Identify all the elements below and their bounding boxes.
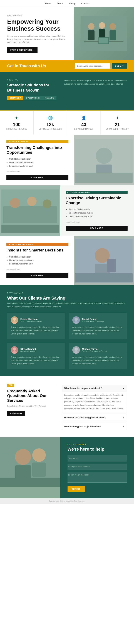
- article-1-read-more-button[interactable]: READ MORE: [7, 175, 69, 180]
- nav-pricing[interactable]: Pricing: [69, 2, 76, 5]
- chevron-down-icon: ∨: [122, 416, 124, 419]
- stat-efficiency-number: 21: [115, 122, 120, 127]
- about-right: At vero eos et accusam et justo duo dolo…: [64, 79, 127, 103]
- testimonial-3-name: Olivia Bennett: [20, 348, 36, 350]
- list-item: Lorem ipsum dolor sit amet: [9, 164, 69, 168]
- article-3-read-more-button[interactable]: READ MORE: [7, 273, 69, 278]
- contact-name-input[interactable]: [68, 455, 127, 462]
- footer-note: Sample text. Click to select the Text El…: [0, 498, 134, 504]
- article-2-bullets: Stet clita kasd gubergren No sea takimat…: [69, 208, 128, 218]
- faq-item-1-answer: Lorem ipsum dolor sit amet, consectetur …: [62, 392, 127, 412]
- faq-item-1: What industries do you specialize in? ∨ …: [62, 385, 127, 412]
- tab-operations[interactable]: OPERATIONS: [23, 96, 42, 100]
- article-1-image-placeholder: [74, 135, 134, 186]
- article-2-heading: Expertise Driving Sustainable Change: [66, 196, 128, 205]
- article-1-illustration: [75, 138, 133, 184]
- svg-point-11: [96, 148, 112, 164]
- about-left: ABOUT US Strategic Solutions for Busines…: [7, 79, 59, 103]
- list-item: No sea takimata sanctus est: [9, 258, 69, 262]
- svg-point-1: [88, 23, 95, 30]
- article-2-credit: Image from Freepik: [66, 221, 128, 223]
- stat-efficiency: ✦ 21 Enhanced Efficiency: [101, 111, 134, 135]
- svg-point-5: [109, 23, 116, 30]
- globe-icon: 🌐: [48, 116, 53, 120]
- svg-point-29: [13, 348, 16, 351]
- hero-cta-button[interactable]: FREE CONSULTATION: [7, 47, 38, 53]
- testimonial-2-title: Financial Advisory Manager: [82, 320, 104, 322]
- svg-point-30: [12, 351, 17, 354]
- testimonial-3-text: At vero eos et accusam et justo duo dolo…: [11, 356, 62, 366]
- tab-finance[interactable]: FINANCE: [42, 96, 56, 100]
- article-card-3: OPERATIONAL EFFICIENCY Insights for Smar…: [0, 236, 134, 285]
- chevron-up-icon: ∨: [122, 387, 124, 390]
- testimonial-3-info: Olivia Bennett Operations Analyst: [20, 348, 36, 352]
- faq-item-3: What is the typical project timeline? ∨ …: [62, 423, 127, 430]
- contact-email-input[interactable]: [68, 464, 127, 470]
- avatar-emma: [11, 316, 18, 324]
- nav: Home About Pricing Contact: [0, 0, 134, 7]
- testimonial-1-title: Senior Strategy Consultant: [20, 320, 42, 322]
- faq-read-more-button[interactable]: READ MORE: [7, 411, 25, 416]
- about-label: ABOUT US: [7, 79, 59, 81]
- nav-about[interactable]: About: [57, 2, 63, 5]
- article-2-content: OPTIMIZED PROCESSES Expertise Driving Su…: [60, 186, 134, 236]
- article-card-1: BUSINESS STRATEGY Transforming Challenge…: [0, 135, 134, 186]
- people-icon: 👤: [81, 116, 86, 120]
- avatar-daniel: [72, 316, 80, 324]
- list-item: Lorem ipsum dolor sit amet: [9, 262, 69, 266]
- nav-contact[interactable]: Contact: [81, 2, 89, 5]
- stat-market-number: 43: [81, 122, 86, 127]
- hero-freepik: Freepik: [23, 41, 30, 43]
- svg-point-28: [74, 321, 79, 324]
- faq-item-1-question: What industries do you specialize in?: [64, 387, 103, 390]
- star-icon: ★: [15, 116, 18, 120]
- testimonial-1-person: Emma Harrison Senior Strategy Consultant: [11, 316, 62, 324]
- hero-body: At vero eos et accusam et justo duo dolo…: [7, 34, 69, 44]
- signup-submit-button[interactable]: SUBMIT: [112, 63, 127, 68]
- article-2-read-more-button[interactable]: READ MORE: [66, 226, 128, 231]
- email-input[interactable]: [75, 63, 110, 68]
- testimonial-card-1: Emma Harrison Senior Strategy Consultant…: [7, 313, 65, 339]
- svg-point-18: [43, 199, 51, 208]
- email-signup-bar: Get in Touch with Us SUBMIT: [0, 60, 134, 72]
- svg-rect-38: [0, 478, 60, 487]
- testimonial-card-3: Olivia Bennett Operations Analyst At ver…: [7, 343, 65, 369]
- stat-processes: 🌐 12k Optimized Processes: [34, 111, 67, 135]
- svg-rect-37: [32, 462, 46, 476]
- svg-rect-2: [88, 30, 95, 40]
- contact-submit-button[interactable]: SUBMIT: [68, 486, 85, 492]
- nav-home[interactable]: Home: [45, 2, 51, 5]
- testimonial-2-text: At vero eos et accusam et justo duo dolo…: [72, 326, 123, 336]
- svg-point-36: [32, 448, 46, 462]
- avatar-olivia: [11, 346, 18, 354]
- tab-strategy[interactable]: STRATEGY: [7, 96, 23, 100]
- article-1-bullets: Stet clita kasd gubergren No sea takimat…: [9, 157, 69, 168]
- testimonials-heading: What Our Clients Are Saying: [7, 296, 127, 301]
- faq-item-3-header[interactable]: What is the typical project timeline? ∨: [62, 423, 127, 430]
- article-2-tag: OPTIMIZED PROCESSES: [66, 191, 128, 194]
- faq-item-1-header[interactable]: What industries do you specialize in? ∨: [62, 385, 127, 392]
- article-1-tag: BUSINESS STRATEGY: [7, 140, 69, 143]
- testimonial-3-person: Olivia Bennett Operations Analyst: [11, 346, 62, 354]
- testimonial-4-name: Michael Turner: [82, 348, 107, 350]
- article-3-credit: Image from Freepik: [7, 268, 69, 270]
- testimonial-1-text: At vero eos et accusam et justo duo dolo…: [11, 326, 62, 336]
- list-item: Stet clita kasd gubergren: [69, 208, 128, 211]
- stat-revenue-number: 100: [13, 122, 21, 127]
- stat-market: 👤 43 Expanded Market: [67, 111, 101, 135]
- article-3-heading: Insights for Smarter Decisions: [7, 248, 69, 252]
- contact-illustration: [0, 437, 60, 487]
- stats-row: ★ 100 Increased Revenue 🌐 12k Optimized …: [0, 110, 134, 135]
- svg-rect-35: [15, 465, 31, 480]
- contact-message-input[interactable]: [68, 472, 127, 483]
- footer-note-text: Sample text. Click to select the Text El…: [49, 500, 85, 502]
- faq-item-2-header[interactable]: How does the consulting process work? ∨: [62, 414, 127, 421]
- list-item: Stet clita kasd gubergren: [9, 157, 69, 161]
- article-3-tag: OPERATIONAL EFFICIENCY: [7, 243, 69, 246]
- faq-left: FAQ Frequently Asked Questions About Our…: [7, 383, 54, 430]
- article-card-2: OPTIMIZED PROCESSES Expertise Driving Su…: [0, 186, 134, 236]
- svg-rect-6: [109, 30, 116, 40]
- hero-section: WHO WE ARE Empowering Your Business Succ…: [0, 7, 134, 60]
- diamond-icon: ✦: [116, 116, 119, 120]
- faq-item-2-question: How does the consulting process work?: [64, 416, 105, 419]
